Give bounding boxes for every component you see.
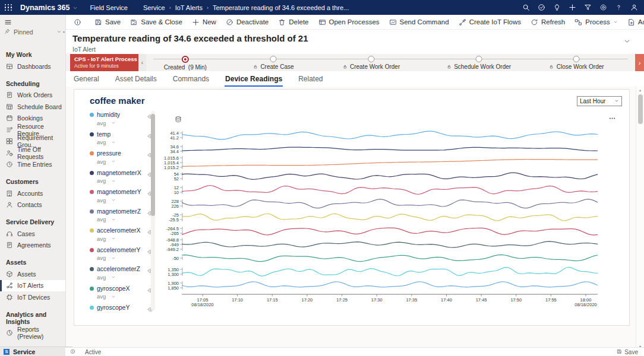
create-iot-flows-button[interactable]: Create IoT Flows: [454, 15, 526, 29]
sidebar-item-assets[interactable]: Assets: [0, 268, 65, 280]
record-overview-button[interactable]: [69, 15, 86, 29]
area-switcher[interactable]: S Service: [0, 347, 72, 356]
deactivate-button[interactable]: Deactivate: [221, 15, 273, 29]
bpf-process-pill[interactable]: CPS - IoT Alert Process Fl... Active for…: [70, 54, 138, 71]
collapse-header-chevron-icon[interactable]: [623, 37, 631, 47]
sidebar-item-time-off-requests[interactable]: Time Off Requests: [0, 147, 65, 159]
tab-asset-details[interactable]: Asset Details: [115, 75, 157, 83]
legend-item-humidity[interactable]: humidityavg: [90, 111, 154, 131]
new-button[interactable]: New: [187, 15, 221, 29]
sidebar-item-agreements[interactable]: Agreements: [0, 240, 65, 252]
save-and-close-button-label: Save & Close: [141, 18, 182, 26]
settings-gear-button[interactable]: [595, 0, 611, 15]
app-name[interactable]: Field Service: [90, 4, 128, 11]
sidebar-item-cases[interactable]: Cases: [0, 228, 65, 240]
legend-item-magnetometerx[interactable]: magnetometerXavg: [90, 169, 154, 189]
svg-text:1,300: 1,300: [168, 272, 179, 277]
account-button[interactable]: [626, 0, 642, 15]
tab-related[interactable]: Related: [298, 75, 323, 83]
aggregation-dropdown[interactable]: avg: [97, 139, 116, 145]
delete-button[interactable]: Delete: [273, 15, 313, 29]
sidebar-item-contacts[interactable]: Contacts: [0, 199, 65, 211]
legend-item-accelerometerz[interactable]: accelerometerZavg: [90, 265, 154, 285]
refresh-button[interactable]: Refresh: [526, 15, 570, 29]
svg-text:17:20: 17:20: [302, 297, 313, 303]
sitemap-menu-icon[interactable]: [4, 18, 12, 28]
breadcrumb-item[interactable]: Temperature reading of 34.6 exceeded a t…: [213, 4, 349, 11]
sidebar-scroll-up-icon[interactable]: ▴: [63, 29, 65, 33]
legend-item-pressure[interactable]: pressureavg: [90, 150, 154, 169]
brand-title[interactable]: Dynamics 365: [20, 4, 70, 12]
aggregation-dropdown[interactable]: avg: [97, 158, 116, 165]
sidebar-item-work-orders[interactable]: Work Orders: [0, 90, 65, 101]
open-processes-button[interactable]: Open Processes: [314, 15, 384, 29]
device-readings-card: coffee maker Last Hour humidityavgtempav…: [74, 89, 630, 326]
sidebar-item-dashboards[interactable]: Dashboards: [0, 61, 65, 72]
waffle-icon[interactable]: [0, 0, 17, 15]
aggregation-dropdown[interactable]: avg: [97, 197, 116, 204]
legend-item-accelerometery[interactable]: accelerometerYavg: [90, 246, 154, 266]
legend-item-temp[interactable]: tempavg: [90, 131, 154, 150]
series-name: magnetometerY: [97, 188, 141, 195]
search-button[interactable]: [518, 0, 533, 15]
advanced-find-filter-button[interactable]: [580, 0, 595, 15]
add-to-queue-button[interactable]: Add to Queue: [623, 15, 644, 29]
trash-icon: [278, 18, 286, 26]
bpf-next-stage-chevron[interactable]: ›: [635, 54, 644, 71]
tab-general[interactable]: General: [74, 75, 99, 83]
bpf-process-status: Active for 9 minutes: [74, 63, 138, 69]
sidebar-item-accounts[interactable]: Accounts: [0, 187, 65, 199]
save-and-close-button[interactable]: Save & Close: [125, 15, 187, 29]
send-command-button[interactable]: Send Command: [384, 15, 454, 29]
bpf-stage-close-work-order[interactable]: Close Work Order: [549, 54, 604, 70]
aggregation-dropdown[interactable]: avg: [97, 293, 116, 300]
sidebar-pinned-row[interactable]: Pinned: [4, 28, 62, 36]
aggregation-dropdown[interactable]: avg: [97, 177, 116, 184]
lightbulb-button[interactable]: [549, 0, 564, 15]
sidebar-item-iot-alerts[interactable]: IoT Alerts: [0, 280, 65, 292]
sidebar-item-schedule-board[interactable]: Schedule Board: [0, 101, 65, 113]
delete-button-label: Delete: [289, 18, 308, 26]
person-icon: [6, 201, 13, 208]
svg-text:52: 52: [174, 176, 179, 182]
quick-create-button[interactable]: [564, 0, 580, 15]
legend-item-magnetometerz[interactable]: magnetometerZavg: [90, 208, 154, 227]
bpf-stage-created[interactable]: Created (9 Min): [164, 54, 207, 71]
stage-marker: [368, 56, 374, 62]
save-button[interactable]: Save: [90, 15, 125, 29]
sidebar-item-reports-preview[interactable]: Reports (Preview): [0, 328, 65, 339]
pinned-chevron-down-icon[interactable]: [56, 28, 62, 36]
aggregation-dropdown[interactable]: avg: [97, 120, 116, 126]
top-bar: Dynamics 365 Field Service Service›IoT A…: [0, 0, 644, 15]
breadcrumb-item[interactable]: Service: [143, 4, 165, 11]
time-range-select[interactable]: Last Hour: [577, 96, 622, 106]
aggregation-dropdown[interactable]: avg: [97, 274, 116, 281]
scroll-up-icon[interactable]: ▴: [636, 88, 644, 92]
aggregation-dropdown[interactable]: avg: [97, 313, 116, 313]
breadcrumb-item[interactable]: IoT Alerts: [175, 4, 203, 11]
help-icon: [615, 4, 623, 11]
bpf-previous-stage-chevron[interactable]: ‹: [138, 54, 146, 71]
aggregation-dropdown[interactable]: avg: [97, 255, 116, 261]
bpf-stage-schedule-work-order[interactable]: Schedule Work Order: [446, 54, 511, 70]
bpf-stage-create-case[interactable]: Create Case: [252, 54, 293, 70]
legend-scrollbar-thumb[interactable]: [151, 114, 155, 216]
sidebar-item-label: Agreements: [17, 241, 51, 249]
legend-item-magnetometery[interactable]: magnetometerYavg: [90, 188, 154, 208]
main-scrollbar-thumb[interactable]: [638, 94, 643, 124]
legend-item-accelerometerx[interactable]: accelerometerXavg: [90, 227, 154, 246]
legend-item-gyroscopey[interactable]: gyroscopeYavg: [90, 304, 154, 313]
tab-commands[interactable]: Commands: [173, 75, 209, 83]
aggregation-dropdown[interactable]: avg: [97, 236, 116, 242]
series-name: magnetometerX: [97, 169, 141, 176]
aggregation-dropdown[interactable]: avg: [97, 216, 116, 223]
help-button[interactable]: [611, 0, 626, 15]
legend-item-gyroscopex[interactable]: gyroscopeXavg: [90, 285, 154, 304]
process-button[interactable]: Process: [570, 15, 623, 29]
sidebar-item-iot-devices[interactable]: IoT Devices: [0, 291, 65, 303]
bpf-stage-create-work-order[interactable]: Create Work Order: [342, 54, 400, 70]
sidebar-item-time-entries[interactable]: Time Entries: [0, 159, 65, 171]
tab-device-readings[interactable]: Device Readings: [225, 75, 282, 83]
footer-save-button[interactable]: Save: [617, 349, 638, 355]
edit-circle-button[interactable]: [533, 0, 549, 15]
